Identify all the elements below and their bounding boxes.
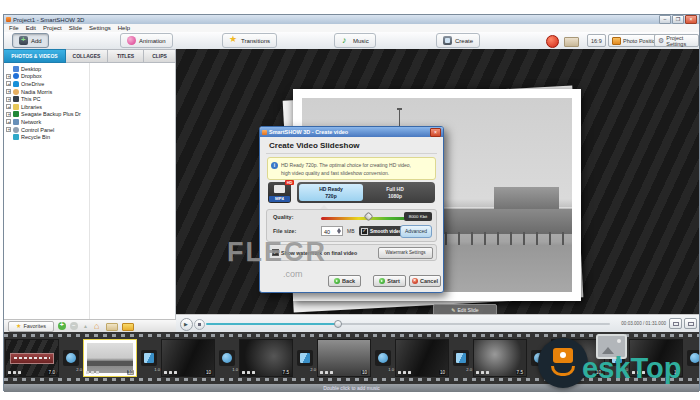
- animation-icon: [127, 36, 136, 45]
- favorites-button[interactable]: ★ Favorites: [8, 321, 54, 332]
- move-up-icon[interactable]: [82, 322, 90, 330]
- menu-file[interactable]: File: [9, 25, 19, 31]
- control-icon: [13, 127, 19, 133]
- hd-badge: HD: [285, 180, 294, 185]
- home-icon[interactable]: [94, 322, 102, 330]
- fit-screen-button[interactable]: [669, 318, 682, 329]
- seek-bar-track[interactable]: [338, 323, 610, 325]
- start-icon: [379, 278, 385, 284]
- tree-item-nadia-morris[interactable]: Nadia Morris: [4, 88, 89, 96]
- expander-icon[interactable]: [6, 112, 11, 117]
- tree-item-network[interactable]: Network: [4, 118, 89, 126]
- tree-item-control-panel[interactable]: Control Panel: [4, 126, 89, 134]
- tree-item-label: Dropbox: [21, 73, 42, 79]
- timeline-slide[interactable]: 7.5: [239, 339, 293, 377]
- menu-project[interactable]: Project: [43, 25, 62, 31]
- play-button[interactable]: [180, 318, 193, 331]
- file-size-label: File size:: [273, 228, 296, 234]
- toolbar-create-button[interactable]: Create: [436, 33, 480, 48]
- edit-slide-button[interactable]: ✎ Edit Slide: [433, 304, 497, 314]
- new-folder-icon[interactable]: [122, 323, 134, 331]
- close-button[interactable]: ×: [685, 15, 697, 24]
- toolbar-music-button[interactable]: Music: [334, 33, 376, 48]
- dialog-close-button[interactable]: ×: [430, 128, 441, 137]
- tab-collages[interactable]: COLLAGES: [66, 49, 108, 63]
- seek-bar-filled[interactable]: [206, 323, 338, 325]
- cancel-button[interactable]: Cancel: [409, 275, 441, 287]
- expander-icon[interactable]: [6, 74, 11, 79]
- toolbar-animation-button[interactable]: Animation: [120, 33, 173, 48]
- tree-item-this-pc[interactable]: This PC: [4, 95, 89, 103]
- stepper-down-icon[interactable]: [337, 231, 341, 234]
- seek-handle[interactable]: [334, 320, 342, 328]
- transition-duration: 1.0: [388, 367, 394, 372]
- file-size-value: 40: [324, 229, 330, 235]
- tree-item-dropbox[interactable]: Dropbox: [4, 73, 89, 81]
- expander-icon[interactable]: [6, 119, 11, 124]
- transition-badge[interactable]: 1.0: [219, 350, 235, 366]
- tab-clips[interactable]: CLIPS: [144, 49, 176, 63]
- tree-item-seagate-backup-plus-dr[interactable]: Seagate Backup Plus Dr: [4, 111, 89, 119]
- toolbar-label: Music: [353, 38, 369, 44]
- back-button[interactable]: Back: [328, 275, 361, 287]
- photo-building: [494, 187, 559, 210]
- file-size-stepper[interactable]: 40: [321, 226, 343, 236]
- minimize-button[interactable]: –: [659, 15, 671, 24]
- aspect-ratio-button[interactable]: 16:9: [587, 34, 606, 47]
- transition-badge[interactable]: 1.0: [375, 350, 391, 366]
- tree-item-libraries[interactable]: Libraries: [4, 103, 89, 111]
- title-bar[interactable]: Project1 - SmartSHOW 3D – ❐ ×: [4, 15, 699, 24]
- transition-badge[interactable]: 2.0: [63, 350, 79, 366]
- format-option-720p[interactable]: HD Ready 720p: [299, 184, 363, 201]
- tree-item-recycle-bin[interactable]: Recycle Bin: [4, 133, 89, 141]
- expander-icon[interactable]: [6, 97, 11, 102]
- timeline-slide[interactable]: 10: [161, 339, 215, 377]
- tree-item-onedrive[interactable]: OneDrive: [4, 80, 89, 88]
- remove-favorite-icon[interactable]: [70, 322, 78, 330]
- mp4-label: MP4: [269, 196, 290, 202]
- open-folder-icon[interactable]: [106, 323, 118, 331]
- expander-icon[interactable]: [6, 127, 11, 132]
- dialog-heading: Create Video Slideshow: [269, 141, 360, 150]
- menu-settings[interactable]: Settings: [89, 25, 111, 31]
- advanced-button[interactable]: Advanced: [400, 225, 432, 238]
- transition-badge[interactable]: 2.0: [297, 350, 313, 366]
- cancel-icon: [412, 278, 418, 284]
- timeline-slide[interactable]: 10: [395, 339, 449, 377]
- timeline-slide[interactable]: 7.5: [473, 339, 527, 377]
- toolbar-transitions-button[interactable]: Transitions: [222, 33, 277, 48]
- project-settings-button[interactable]: ⚙ Project Settings: [654, 34, 699, 47]
- tab-photos-videos[interactable]: PHOTOS & VIDEOS: [4, 49, 66, 63]
- transition-badge[interactable]: 1.0: [141, 350, 157, 366]
- tree-item-desktop[interactable]: Desktop: [4, 65, 89, 73]
- file-list-area[interactable]: [90, 63, 175, 319]
- expander-icon[interactable]: [6, 81, 11, 86]
- tab-titles[interactable]: TITLES: [108, 49, 144, 63]
- folder-icon[interactable]: [564, 37, 579, 47]
- star-icon: ★: [16, 323, 21, 329]
- menu-slide[interactable]: Slide: [69, 25, 82, 31]
- toolbar-add-button[interactable]: Add: [12, 33, 49, 48]
- start-button[interactable]: Start: [373, 275, 406, 287]
- timeline-slide[interactable]: 7.0: [5, 339, 59, 377]
- dialog-title-bar[interactable]: SmartSHOW 3D - Create video ×: [260, 127, 443, 137]
- maximize-button[interactable]: ❐: [672, 15, 684, 24]
- toolbar-label: Add: [31, 38, 42, 44]
- fullscreen-button[interactable]: [684, 318, 697, 329]
- record-icon[interactable]: [546, 35, 559, 48]
- toolbar-label: Animation: [139, 38, 166, 44]
- expander-icon[interactable]: [6, 89, 11, 94]
- transition-badge[interactable]: 2.0: [453, 350, 469, 366]
- format-option-1080p[interactable]: Full HD 1080p: [363, 184, 427, 201]
- quality-slider-track[interactable]: [321, 217, 405, 220]
- menu-help[interactable]: Help: [118, 25, 130, 31]
- timeline-slide[interactable]: 10: [317, 339, 371, 377]
- tree-item-label: Network: [21, 119, 41, 125]
- watermark-settings-button[interactable]: Watermark Settings: [378, 247, 433, 259]
- menu-edit[interactable]: Edit: [26, 25, 36, 31]
- stop-button[interactable]: [194, 319, 205, 330]
- add-favorite-icon[interactable]: [58, 322, 66, 330]
- transition-icon: [300, 353, 310, 363]
- timeline-slide[interactable]: 10: [83, 339, 137, 377]
- expander-icon[interactable]: [6, 104, 11, 109]
